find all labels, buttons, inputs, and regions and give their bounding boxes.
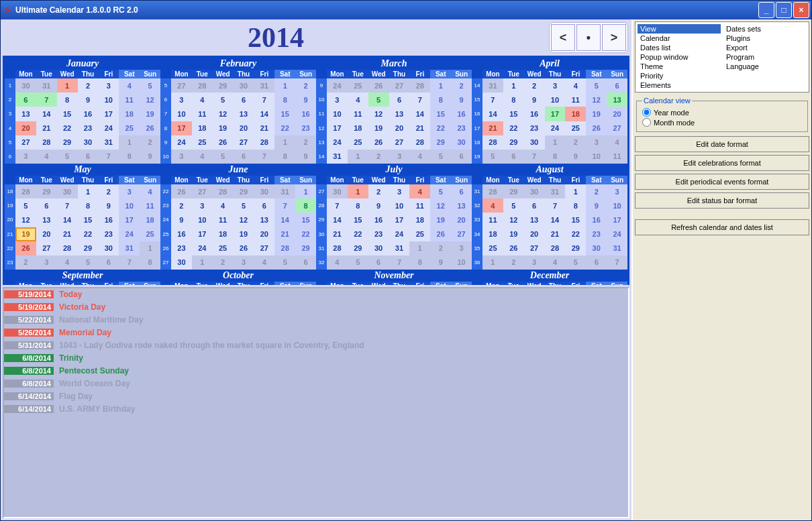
- date-cell[interactable]: 25: [192, 135, 213, 150]
- date-cell[interactable]: 29: [78, 241, 99, 255]
- date-cell[interactable]: 7: [483, 93, 503, 107]
- date-cell[interactable]: 11: [213, 213, 234, 227]
- date-cell[interactable]: 13: [607, 93, 627, 107]
- date-cell[interactable]: 23: [295, 121, 316, 135]
- date-cell[interactable]: 6: [36, 198, 57, 213]
- date-cell[interactable]: 21: [36, 121, 57, 135]
- date-cell[interactable]: 12: [15, 213, 36, 227]
- date-cell[interactable]: 30: [524, 135, 545, 150]
- date-cell[interactable]: 14: [57, 213, 78, 227]
- date-cell[interactable]: 2: [295, 78, 316, 93]
- date-cell[interactable]: 15: [430, 107, 451, 121]
- date-cell[interactable]: 11: [140, 198, 160, 213]
- date-cell[interactable]: 28: [36, 135, 57, 150]
- date-cell[interactable]: 29: [430, 135, 451, 150]
- date-cell[interactable]: 12: [140, 93, 160, 107]
- date-cell[interactable]: 17: [607, 213, 627, 227]
- date-cell[interactable]: 9: [451, 93, 472, 107]
- date-cell[interactable]: 27: [389, 135, 410, 150]
- date-cell[interactable]: 31: [119, 241, 140, 255]
- date-cell[interactable]: 13: [234, 107, 254, 121]
- date-cell[interactable]: 17: [192, 227, 213, 241]
- date-cell[interactable]: 10: [98, 93, 119, 107]
- date-cell[interactable]: 16: [295, 107, 316, 121]
- date-cell[interactable]: 28: [274, 241, 295, 255]
- menu-item-program[interactable]: Program: [723, 52, 807, 62]
- date-cell[interactable]: 12: [368, 107, 389, 121]
- date-cell[interactable]: 14: [36, 107, 57, 121]
- date-cell[interactable]: 1: [57, 78, 78, 93]
- date-cell[interactable]: 6: [234, 93, 254, 107]
- date-cell[interactable]: 12: [213, 107, 234, 121]
- date-cell[interactable]: 30: [98, 241, 119, 255]
- date-cell[interactable]: 2: [98, 184, 119, 198]
- date-cell[interactable]: 18: [348, 121, 368, 135]
- date-cell[interactable]: 18: [119, 107, 140, 121]
- date-cell[interactable]: 15: [348, 213, 368, 227]
- date-cell[interactable]: 16: [368, 213, 389, 227]
- event-row[interactable]: 6/8/2014Pentecost Sunday: [4, 365, 628, 378]
- date-cell[interactable]: 30: [368, 241, 389, 255]
- date-cell[interactable]: 10: [192, 213, 213, 227]
- date-cell[interactable]: 29: [57, 135, 78, 150]
- date-cell[interactable]: 25: [119, 121, 140, 135]
- date-cell[interactable]: 1: [565, 184, 586, 198]
- minimize-button[interactable]: _: [758, 2, 774, 18]
- menu-item-priority[interactable]: Priority: [638, 71, 721, 80]
- date-cell[interactable]: 20: [234, 121, 254, 135]
- date-cell[interactable]: 1: [274, 78, 295, 93]
- date-cell[interactable]: 5: [15, 198, 36, 213]
- date-cell[interactable]: 13: [36, 213, 57, 227]
- date-cell[interactable]: 26: [140, 121, 160, 135]
- date-cell[interactable]: 21: [327, 227, 348, 241]
- date-cell[interactable]: 5: [503, 198, 524, 213]
- date-cell[interactable]: 9: [586, 198, 607, 213]
- date-cell[interactable]: 5: [430, 184, 451, 198]
- date-cell[interactable]: 25: [140, 227, 160, 241]
- date-cell[interactable]: 22: [503, 121, 524, 135]
- event-row[interactable]: 5/19/2014Victoria Day: [4, 301, 628, 314]
- date-cell[interactable]: 9: [524, 93, 545, 107]
- date-cell[interactable]: 15: [57, 107, 78, 121]
- date-cell[interactable]: 7: [327, 198, 348, 213]
- date-cell[interactable]: 26: [234, 241, 254, 255]
- date-cell[interactable]: 18: [483, 227, 503, 241]
- events-list[interactable]: 5/19/2014Today5/19/2014Victoria Day5/22/…: [3, 287, 629, 519]
- date-cell[interactable]: 2: [368, 184, 389, 198]
- date-cell[interactable]: 19: [586, 107, 607, 121]
- date-cell[interactable]: 29: [565, 241, 586, 255]
- date-cell[interactable]: 4: [192, 93, 213, 107]
- date-cell[interactable]: 24: [171, 135, 192, 150]
- date-cell[interactable]: 29: [503, 135, 524, 150]
- date-cell[interactable]: 3: [192, 198, 213, 213]
- date-cell[interactable]: 8: [274, 93, 295, 107]
- date-cell[interactable]: 18: [565, 107, 586, 121]
- date-cell[interactable]: 13: [451, 198, 472, 213]
- date-cell[interactable]: 6: [451, 184, 472, 198]
- date-cell[interactable]: 16: [524, 107, 545, 121]
- date-cell[interactable]: 19: [503, 227, 524, 241]
- menu-item-view[interactable]: View: [638, 24, 721, 34]
- date-cell[interactable]: 9: [98, 198, 119, 213]
- date-cell[interactable]: 17: [171, 121, 192, 135]
- date-cell[interactable]: 10: [171, 107, 192, 121]
- date-cell[interactable]: 30: [451, 135, 472, 150]
- event-row[interactable]: 5/31/20141043 - Lady Godiva rode naked t…: [4, 339, 628, 352]
- date-cell[interactable]: 8: [348, 198, 368, 213]
- event-row[interactable]: 5/22/2014National Maritime Day: [4, 314, 628, 327]
- date-cell[interactable]: 31: [607, 241, 627, 255]
- date-cell[interactable]: 25: [348, 135, 368, 150]
- date-cell[interactable]: 19: [140, 107, 160, 121]
- date-cell[interactable]: 27: [451, 227, 472, 241]
- date-cell[interactable]: 9: [171, 213, 192, 227]
- menu-item-dates-list[interactable]: Dates list: [638, 43, 721, 52]
- menu-item-calendar[interactable]: Calendar: [638, 34, 721, 43]
- date-cell[interactable]: 30: [171, 255, 192, 270]
- date-cell[interactable]: 16: [98, 213, 119, 227]
- date-cell[interactable]: 7: [36, 93, 57, 107]
- date-cell[interactable]: 24: [327, 135, 348, 150]
- date-cell[interactable]: 4: [565, 78, 586, 93]
- date-cell[interactable]: 2: [451, 78, 472, 93]
- date-cell[interactable]: 16: [78, 107, 99, 121]
- date-cell[interactable]: 7: [254, 93, 274, 107]
